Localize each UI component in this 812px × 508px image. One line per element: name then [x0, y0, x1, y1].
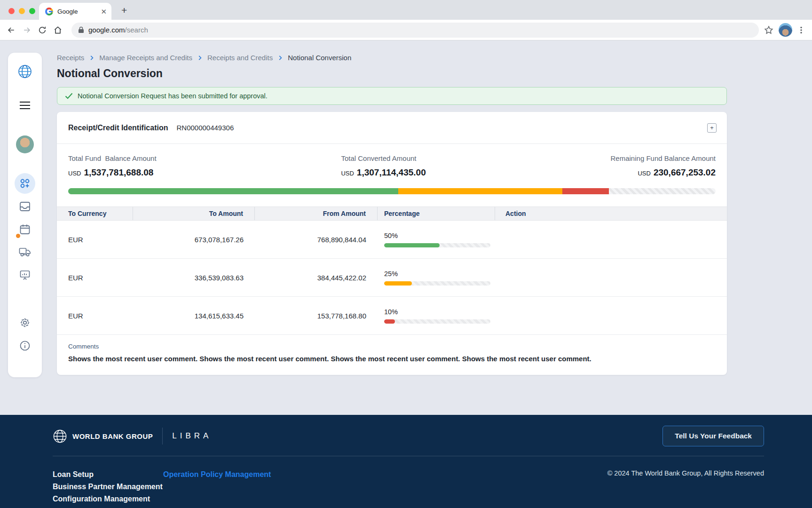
cell-to-currency: EUR [57, 274, 133, 282]
alert-message: Notional Conversion Request has been sub… [78, 92, 268, 100]
browser-profile-avatar[interactable] [779, 23, 792, 37]
cell-percentage: 50% [378, 232, 495, 247]
browser-menu-icon[interactable] [797, 26, 805, 34]
maximize-window-button[interactable] [29, 8, 35, 14]
back-icon[interactable] [7, 25, 16, 35]
table-header: To Currency To Amount From Amount Percen… [57, 206, 727, 221]
comments-text: Shows the most recent user comment. Show… [68, 355, 716, 363]
breadcrumb: Receipts Manage Receipts and Credits Rec… [57, 54, 727, 62]
identification-value: RN000000449306 [176, 124, 234, 132]
browser-tab-strip: Google ✕ + [0, 0, 812, 20]
cell-to-amount: 134,615,633.45 [133, 312, 255, 320]
stat-total-fund-balance: Total Fund Balance Amount USD1,537,781,6… [68, 154, 157, 178]
settings-gear-icon[interactable] [17, 315, 32, 330]
google-favicon-icon [45, 8, 53, 16]
window-controls [8, 8, 35, 14]
cell-to-currency: EUR [57, 312, 133, 320]
footer-product-name: LIBRA [172, 431, 212, 441]
progress-segment-red [562, 188, 609, 194]
identification-header: Receipt/Credit Identification RN00000044… [57, 112, 727, 144]
table-row: EUR 673,078,167.26 768,890,844.04 50% [57, 221, 727, 259]
sidebar-item-apps-active[interactable] [15, 173, 35, 194]
col-percentage: Percentage [378, 207, 495, 220]
footer-brand: WORLD BANK GROUP LIBRA [53, 428, 212, 444]
table-row: EUR 134,615,633.45 153,778,168.80 10% [57, 297, 727, 335]
comments-label: Comments [68, 343, 716, 350]
breadcrumb-link-receipts[interactable]: Receipts [57, 54, 84, 62]
check-icon [65, 93, 73, 99]
col-from-amount: From Amount [255, 207, 378, 220]
identification-label: Receipt/Credit Identification [68, 124, 168, 132]
lock-icon [78, 26, 84, 33]
chevron-right-icon [277, 55, 284, 61]
main-content: Receipts Manage Receipts and Credits Rec… [57, 40, 727, 375]
cell-percentage: 25% [378, 270, 495, 286]
feedback-button[interactable]: Tell Us Your Feedback [662, 426, 764, 446]
footer-rule [53, 456, 764, 456]
breadcrumb-link-receipts-and-credits[interactable]: Receipts and Credits [207, 54, 273, 62]
calendar-icon[interactable] [17, 222, 32, 237]
col-to-amount: To Amount [133, 207, 255, 220]
hamburger-menu-icon[interactable] [17, 98, 32, 113]
footer-link-operation-policy-management[interactable]: Operation Policy Management [163, 468, 271, 481]
page-title: Notional Conversion [57, 67, 727, 80]
world-bank-globe-icon [53, 429, 67, 444]
minimize-window-button[interactable] [19, 8, 25, 14]
percentage-bar [384, 319, 490, 324]
sidebar [8, 53, 42, 377]
table-row: EUR 336,539,083.63 384,445,422.02 25% [57, 259, 727, 297]
notional-conversion-card: Receipt/Credit Identification RN00000044… [57, 112, 727, 375]
browser-tab[interactable]: Google ✕ [39, 3, 111, 20]
success-alert: Notional Conversion Request has been sub… [57, 87, 727, 105]
stat-remaining-balance: Remaining Fund Balance Amount USD230,667… [611, 154, 716, 178]
user-avatar[interactable] [16, 135, 34, 153]
progress-segment-green [68, 188, 398, 194]
calendar-notification-badge [16, 234, 20, 238]
cell-from-amount: 153,778,168.80 [255, 312, 378, 320]
percentage-bar [384, 281, 490, 286]
footer-copyright: © 2024 The World Bank Group, All Rights … [607, 469, 764, 505]
url-text: google.com/search [88, 26, 148, 34]
truck-icon[interactable] [17, 245, 32, 260]
breadcrumb-current: Notional Conversion [288, 54, 351, 62]
fund-progress-bar [68, 188, 716, 194]
comments-section: Comments Shows the most recent user comm… [57, 335, 727, 375]
world-bank-globe-logo [17, 64, 32, 79]
home-icon[interactable] [53, 25, 63, 35]
tab-title: Google [57, 8, 101, 15]
breadcrumb-link-manage-receipts[interactable]: Manage Receipts and Credits [99, 54, 192, 62]
col-to-currency: To Currency [57, 207, 133, 220]
cell-to-currency: EUR [57, 236, 133, 244]
inbox-icon[interactable] [17, 199, 32, 214]
address-bar[interactable]: google.com/search [71, 23, 759, 38]
forward-icon[interactable] [22, 25, 32, 35]
cell-from-amount: 768,890,844.04 [255, 236, 378, 244]
close-window-button[interactable] [8, 8, 15, 14]
bookmark-star-icon[interactable] [764, 25, 774, 35]
chevron-right-icon [197, 55, 203, 61]
cell-to-amount: 336,539,083.63 [133, 274, 255, 282]
new-tab-button[interactable]: + [121, 5, 127, 16]
cell-from-amount: 384,445,422.02 [255, 274, 378, 282]
footer-link-configuration-management[interactable]: Configuration Management [53, 493, 163, 505]
chevron-right-icon [88, 55, 95, 61]
app-viewport: Receipts Manage Receipts and Credits Rec… [0, 40, 812, 508]
footer-brand-name: WORLD BANK GROUP [72, 432, 153, 440]
stat-total-converted: Total Converted Amount USD1,307,114,435.… [341, 154, 426, 178]
presentation-chart-icon[interactable] [17, 268, 32, 283]
footer-divider [162, 428, 163, 444]
tab-close-icon[interactable]: ✕ [101, 8, 107, 15]
browser-toolbar: google.com/search [0, 20, 812, 40]
footer-link-business-partner-management[interactable]: Business Partner Management [53, 481, 163, 493]
col-action: Action [495, 207, 727, 220]
reload-icon[interactable] [38, 25, 47, 35]
info-icon[interactable] [17, 338, 32, 353]
expand-button[interactable]: + [707, 123, 717, 133]
footer-link-loan-setup[interactable]: Loan Setup [53, 468, 163, 481]
fund-summary: Total Fund Balance Amount USD1,537,781,6… [57, 144, 727, 206]
cell-to-amount: 673,078,167.26 [133, 236, 255, 244]
percentage-bar [384, 243, 490, 247]
cell-percentage: 10% [378, 308, 495, 324]
footer: WORLD BANK GROUP LIBRA Tell Us Your Feed… [0, 415, 812, 508]
progress-segment-orange [398, 188, 562, 194]
